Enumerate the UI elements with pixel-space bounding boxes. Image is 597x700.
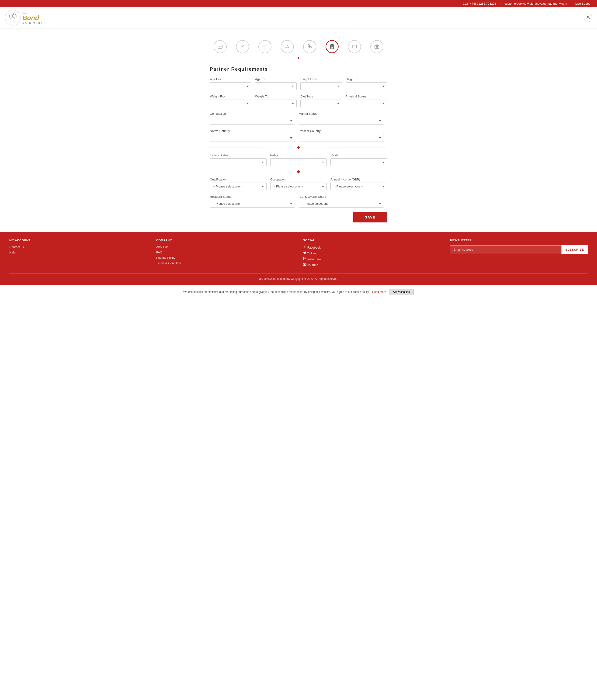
svg-rect-8 — [263, 45, 267, 48]
diet-type-group: Diet Type — [300, 95, 342, 107]
physical-status-group: Physical Status — [346, 95, 387, 107]
footer-terms-link[interactable]: Terms & Condition — [156, 261, 294, 265]
newsletter-email-input[interactable] — [450, 245, 562, 254]
footer-about-link[interactable]: About us — [156, 245, 294, 249]
age-to-group: Age To — [255, 77, 297, 90]
row-qual-occ-income: Qualification -- Please select one -- Oc… — [210, 178, 387, 190]
resident-status-label: Resident Status — [210, 195, 295, 198]
newsletter-input-row: SUBSCRIBE — [450, 245, 588, 254]
step-family[interactable] — [281, 40, 294, 53]
step-photo[interactable] — [370, 40, 383, 53]
qualification-select[interactable]: -- Please select one -- — [210, 182, 267, 190]
native-country-select[interactable] — [210, 134, 295, 142]
live-support-link[interactable]: Live Support — [575, 2, 592, 5]
section-title: Partner Requirements — [210, 67, 387, 72]
footer-help-link[interactable]: Help — [9, 251, 147, 254]
ielts-label: IELTS Overall Score — [299, 195, 384, 198]
subscribe-button[interactable]: SUBSCRIBE — [562, 245, 588, 254]
qualification-group: Qualification -- Please select one -- — [210, 178, 267, 190]
weight-to-select[interactable] — [255, 100, 297, 107]
step-id[interactable] — [348, 40, 361, 53]
phone-number[interactable]: Call (+44) 01282 704206 — [463, 2, 496, 5]
user-menu-icon[interactable] — [584, 14, 592, 22]
footer-company-title: COMPANY — [156, 239, 294, 242]
diet-type-label: Diet Type — [300, 95, 342, 98]
annual-income-select[interactable]: -- Please select one -- — [330, 182, 387, 190]
footer-company: COMPANY About us FAQ Privacy Policy Term… — [156, 239, 294, 269]
svg-point-3 — [13, 14, 16, 19]
header: U.K Bond MATRIMONY — [0, 7, 597, 28]
cookie-read-more-link[interactable]: Read more — [372, 290, 386, 294]
step-line-6 — [341, 47, 346, 47]
footer-instagram-link[interactable]: Instagram — [303, 257, 441, 261]
footer-faq-link[interactable]: FAQ — [156, 251, 294, 254]
height-to-select[interactable] — [346, 82, 387, 90]
present-country-group: Present Country — [299, 129, 384, 142]
religion-select[interactable] — [270, 158, 327, 166]
step-profile[interactable] — [236, 40, 249, 53]
present-country-label: Present Country — [299, 129, 384, 133]
native-country-label: Native Country — [210, 129, 295, 133]
save-button[interactable]: SAVE — [353, 212, 387, 222]
step-email[interactable] — [214, 40, 227, 53]
footer-social: SOCIAL Facebook Twitter Instagram Youtub… — [303, 239, 441, 269]
age-from-group: Age From — [210, 77, 251, 90]
family-status-select[interactable] — [210, 158, 267, 166]
diet-type-select[interactable] — [300, 100, 342, 107]
resident-status-select[interactable]: -- Please select one -- — [210, 200, 295, 207]
svg-rect-6 — [218, 45, 222, 49]
religion-label: Religion — [270, 153, 327, 157]
steps-section: ▲ — [0, 28, 597, 60]
weight-from-group: Weight From — [210, 95, 251, 107]
physical-status-select[interactable] — [346, 100, 387, 107]
age-to-label: Age To — [255, 77, 297, 81]
complexion-select[interactable] — [210, 117, 295, 125]
ielts-select[interactable]: -- Please select one -- — [299, 200, 384, 207]
top-bar: Call (+44) 01282 704206 | customerservic… — [0, 0, 597, 7]
footer-contact-us-link[interactable]: Contact us — [9, 245, 147, 249]
step-partner[interactable] — [326, 40, 339, 53]
present-country-select[interactable] — [299, 134, 384, 142]
footer-facebook-link[interactable]: Facebook — [303, 245, 441, 249]
step-contact[interactable] — [303, 40, 316, 53]
step-arrow-indicator: ▲ — [0, 55, 597, 60]
svg-point-18 — [353, 46, 354, 47]
age-from-select[interactable] — [210, 82, 251, 90]
annual-income-group: Annual Income (GBP) -- Please select one… — [330, 178, 387, 190]
brand-prefix: U.K — [22, 11, 27, 14]
allow-cookies-button[interactable]: Allow cookies — [389, 289, 414, 295]
height-from-select[interactable] — [300, 82, 342, 90]
row-weight-diet: Weight From Weight To Diet Type Physical… — [210, 95, 387, 107]
footer-social-title: SOCIAL — [303, 239, 441, 242]
logo-illustration — [5, 9, 21, 26]
svg-point-7 — [242, 45, 243, 47]
complexion-label: Complexion — [210, 112, 295, 116]
weight-from-select[interactable] — [210, 100, 251, 107]
caste-select[interactable] — [330, 158, 387, 166]
logo-area: U.K Bond MATRIMONY — [5, 9, 43, 26]
age-to-select[interactable] — [255, 82, 297, 90]
svg-rect-21 — [375, 46, 379, 49]
email-contact[interactable]: customerservice@ukmalayaleematrimony.com — [504, 2, 567, 5]
occupation-select[interactable]: -- Please select one -- — [270, 182, 327, 190]
height-from-group: Height From — [300, 77, 342, 90]
resident-status-group: Resident Status -- Please select one -- — [210, 195, 295, 207]
footer-twitter-link[interactable]: Twitter — [303, 251, 441, 255]
occupation-group: Occupation -- Please select one -- — [270, 178, 327, 190]
weight-from-label: Weight From — [210, 95, 251, 98]
marital-status-select[interactable] — [299, 117, 384, 125]
height-from-label: Height From — [300, 77, 342, 81]
occupation-label: Occupation — [270, 178, 327, 181]
footer-youtube-link[interactable]: Youtube — [303, 263, 441, 267]
physical-status-label: Physical Status — [346, 95, 387, 98]
footer: MY ACCOUNT Contact us Help COMPANY About… — [0, 232, 597, 285]
ielts-group: IELTS Overall Score -- Please select one… — [299, 195, 384, 207]
complexion-group: Complexion — [210, 112, 295, 125]
cookie-text: We use cookies for statistics and market… — [183, 290, 370, 294]
row-complexion-marital: Complexion Marital Status — [210, 112, 387, 125]
footer-privacy-link[interactable]: Privacy Policy — [156, 256, 294, 259]
main-content: Partner Requirements Age From Age To Hei… — [205, 62, 392, 232]
marital-status-group: Marital Status — [299, 112, 384, 125]
cookie-bar: We use cookies for statistics and market… — [0, 285, 597, 298]
step-details[interactable] — [258, 40, 271, 53]
